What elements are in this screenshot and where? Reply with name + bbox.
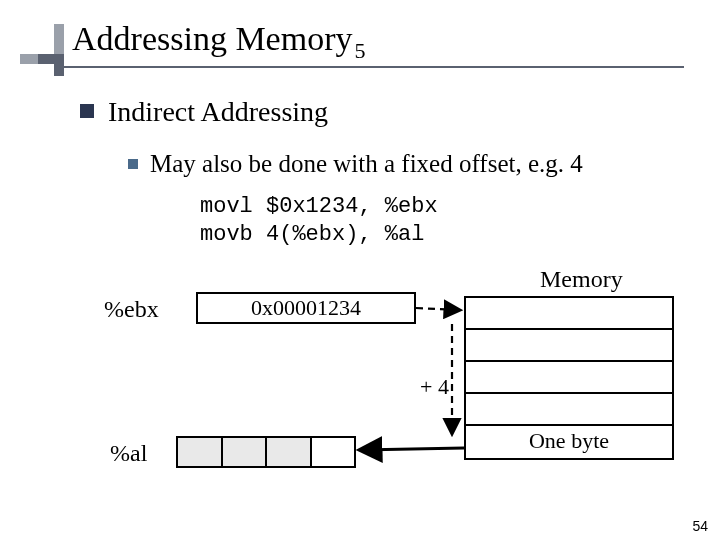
- square-small-bullet-icon: [128, 159, 138, 169]
- square-bullet-icon: [80, 104, 94, 118]
- al-byte-cell: [178, 438, 223, 466]
- code-line-2: movb 4(%ebx), %al: [200, 222, 424, 247]
- memory-table: One byte: [464, 296, 674, 460]
- memory-row: [466, 394, 672, 426]
- bullet-level2-text: May also be done with a fixed offset, e.…: [150, 150, 583, 178]
- memory-row: [466, 362, 672, 394]
- slide-title-text: Addressing Memory: [72, 20, 352, 57]
- slide-title: Addressing Memory5: [72, 20, 365, 58]
- bullet-level1-text: Indirect Addressing: [108, 96, 328, 128]
- al-byte-cell-low: [312, 438, 355, 466]
- al-register-label: %al: [110, 440, 147, 467]
- page-number: 54: [692, 518, 708, 534]
- memory-row-target: One byte: [466, 426, 672, 458]
- pointer-ebx-to-memory: [416, 308, 460, 310]
- title-underline: [64, 66, 684, 68]
- memory-heading: Memory: [540, 266, 623, 293]
- offset-label: + 4: [420, 374, 449, 400]
- ebx-register-label: %ebx: [104, 296, 159, 323]
- memory-row: [466, 298, 672, 330]
- memory-row: [466, 330, 672, 362]
- slide-body: Addressing Memory5 Indirect Addressing M…: [0, 0, 720, 540]
- bullet-level1: Indirect Addressing: [80, 96, 328, 128]
- al-byte-cell: [223, 438, 268, 466]
- slide-title-subscript: 5: [354, 38, 365, 63]
- load-arrow: [360, 448, 464, 450]
- code-line-1: movl $0x1234, %ebx: [200, 194, 438, 219]
- bullet-level2: May also be done with a fixed offset, e.…: [128, 150, 583, 178]
- al-register-box: [176, 436, 356, 468]
- al-byte-cell: [267, 438, 312, 466]
- ebx-register-box: 0x00001234: [196, 292, 416, 324]
